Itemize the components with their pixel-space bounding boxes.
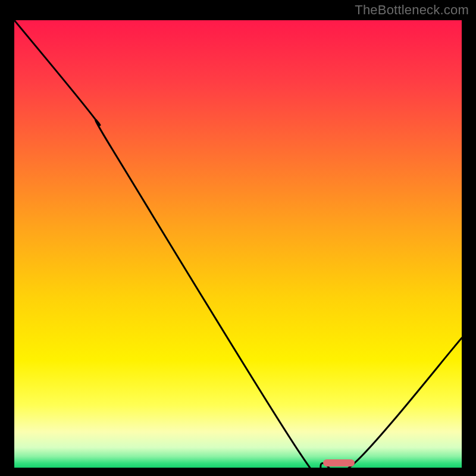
bottleneck-curve [14, 20, 462, 468]
optimal-marker [323, 459, 355, 466]
watermark-text: TheBottleneck.com [355, 2, 469, 18]
plot-area [14, 20, 462, 468]
chart-frame [12, 18, 464, 470]
